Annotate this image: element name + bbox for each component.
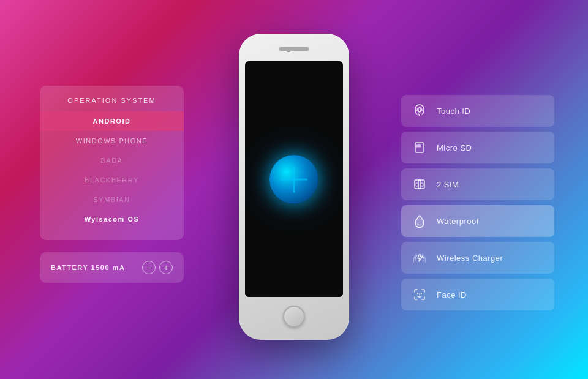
battery-controls: − + (142, 261, 173, 274)
battery-label: BATTERY 1500 mA (51, 264, 125, 271)
phone-orb (270, 155, 318, 204)
battery-card: BATTERY 1500 mA − + (40, 252, 184, 283)
face-id-label: Face ID (437, 290, 467, 299)
orb-cross (281, 166, 307, 193)
waterproof-label: Waterproof (437, 217, 479, 226)
touch-id-label: Touch ID (437, 107, 470, 116)
feature-2-sim[interactable]: 2 SIM (401, 168, 554, 200)
os-item-wylsacom[interactable]: Wylsacom OS (40, 209, 184, 229)
os-title: OPERATION SYSTEM (40, 97, 184, 111)
svg-rect-0 (415, 143, 424, 152)
battery-decrease-button[interactable]: − (142, 261, 156, 274)
sim-icon (411, 176, 428, 193)
feature-wireless-charger[interactable]: Wireless Charger (401, 242, 554, 274)
face-id-icon (411, 286, 428, 303)
battery-increase-button[interactable]: + (159, 261, 173, 274)
fingerprint-icon (411, 102, 428, 119)
2-sim-label: 2 SIM (437, 180, 459, 189)
phone-body (239, 34, 349, 340)
svg-point-9 (421, 293, 422, 294)
phone-speaker (279, 47, 309, 51)
feature-face-id[interactable]: Face ID (401, 279, 554, 310)
right-panel: Touch ID Micro SD 2 SIM (401, 95, 554, 310)
feature-micro-sd[interactable]: Micro SD (401, 132, 554, 163)
os-item-blackberry[interactable]: BLACKBERRY (40, 170, 184, 190)
sd-card-icon (411, 139, 428, 156)
feature-touch-id[interactable]: Touch ID (401, 95, 554, 127)
micro-sd-label: Micro SD (437, 143, 472, 152)
phone-container (239, 34, 349, 340)
wireless-charger-label: Wireless Charger (437, 253, 503, 263)
wireless-charger-icon (411, 249, 428, 266)
os-card: OPERATION SYSTEM ANDROID WINDOWS PHONE B… (40, 86, 184, 240)
os-item-symbian[interactable]: SYMBIAN (40, 190, 184, 209)
feature-waterproof[interactable]: Waterproof (401, 205, 554, 237)
os-item-windows[interactable]: WINDOWS PHONE (40, 131, 184, 151)
left-panel: OPERATION SYSTEM ANDROID WINDOWS PHONE B… (40, 86, 184, 283)
svg-point-8 (417, 293, 418, 294)
phone-home-button[interactable] (283, 306, 305, 328)
os-item-android[interactable]: ANDROID (40, 111, 184, 131)
os-item-bada[interactable]: BADA (40, 151, 184, 170)
waterproof-icon (411, 212, 428, 230)
phone-screen (245, 61, 343, 297)
